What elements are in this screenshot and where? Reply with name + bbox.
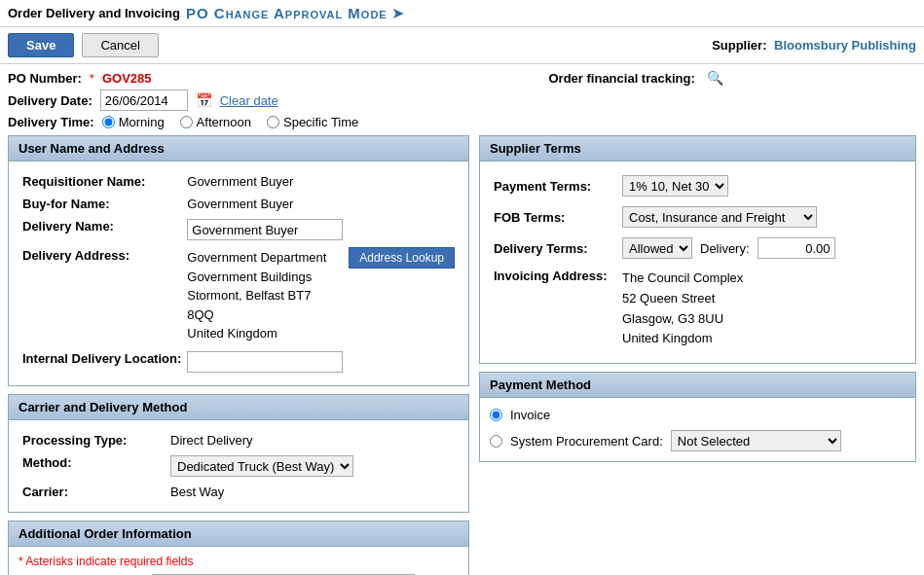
supplier-label: Supplier: [712, 38, 766, 53]
invoicing-line-2: 52 Queen Street [622, 289, 902, 309]
requisitioner-value: Government Buyer [185, 171, 345, 192]
radio-morning-label: Morning [119, 115, 165, 129]
method-cell: Dedicated Truck (Best Way) [168, 452, 457, 480]
procurement-card-row: System Procurement Card: Not Selected [490, 430, 906, 451]
delivery-address-block: Government Department Government Buildin… [187, 248, 343, 343]
invoicing-line-3: Glasgow, G3 8UU [622, 309, 902, 330]
radio-specific-input[interactable] [267, 116, 279, 128]
delivery-terms-label: Delivery Terms: [492, 234, 618, 263]
requisitioner-row: Requisitioner Name: Government Buyer [20, 171, 457, 192]
page-title: Order Delivery and Invoicing [8, 6, 180, 20]
radio-afternoon[interactable]: Afternoon [180, 115, 251, 129]
payment-terms-row: Payment Terms: 1% 10, Net 30 [492, 171, 904, 200]
clear-date-link[interactable]: Clear date [220, 93, 278, 108]
radio-specific-label: Specific Time [283, 115, 358, 129]
payment-method-section-body: Invoice System Procurement Card: Not Sel… [479, 397, 916, 462]
po-number-value: GOV285 [102, 71, 152, 86]
buy-for-value: Government Buyer [185, 194, 345, 214]
invoicing-address-label: Invoicing Address: [492, 265, 618, 353]
form-top-fields: PO Number: * GOV285 Order financial trac… [0, 64, 924, 135]
po-number-row: PO Number: * GOV285 Order financial trac… [8, 70, 916, 86]
invoice-radio[interactable] [490, 409, 502, 421]
additional-order-section-body: * Asterisks indicate required fields Fix… [8, 546, 469, 576]
address-lookup-button[interactable]: Address Lookup [349, 247, 455, 269]
fob-cell: Cost, Insurance and Freight [620, 202, 904, 232]
delivery-name-row: Delivery Name: [20, 216, 457, 243]
payment-method-section-header: Payment Method [479, 372, 916, 397]
carrier-value: Best Way [168, 482, 457, 502]
asterisk-note: * Asterisks indicate required fields [18, 555, 459, 568]
procurement-card-select[interactable]: Not Selected [671, 430, 841, 451]
payment-terms-cell: 1% 10, Net 30 [620, 171, 904, 200]
delivery-address-cell: Government Department Government Buildin… [185, 245, 345, 346]
address-line-1: Government Department [187, 248, 343, 268]
internal-location-input[interactable] [187, 351, 343, 373]
invoicing-address-block: The Council Complex 52 Queen Street Glas… [620, 265, 904, 353]
calendar-icon[interactable]: 📅 [196, 92, 212, 108]
radio-morning-input[interactable] [102, 116, 115, 128]
supplier-terms-section-body: Payment Terms: 1% 10, Net 30 FOB Terms: … [479, 161, 916, 364]
processing-type-value: Direct Delivery [168, 430, 457, 450]
method-select[interactable]: Dedicated Truck (Best Way) [170, 455, 353, 477]
main-content: User Name and Address Requisitioner Name… [0, 135, 924, 575]
delivery-time-radio-group: Morning Afternoon Specific Time [102, 115, 359, 129]
po-change-mode-label: PO Change Approval Mode [186, 5, 388, 21]
processing-type-row: Processing Type: Direct Delivery [20, 430, 457, 450]
delivery-name-input[interactable] [187, 219, 343, 240]
radio-morning[interactable]: Morning [102, 115, 165, 129]
address-line-3: Stormont, Belfast BT7 [187, 286, 343, 305]
po-number-label: PO Number: [8, 71, 82, 86]
left-column: User Name and Address Requisitioner Name… [8, 135, 479, 575]
radio-afternoon-input[interactable] [180, 116, 193, 128]
delivery-amount-input[interactable] [758, 237, 835, 259]
invoicing-address-row: Invoicing Address: The Council Complex 5… [492, 265, 904, 353]
delivery-amount-label: Delivery: [700, 241, 750, 256]
carrier-row: Carrier: Best Way [20, 482, 457, 502]
cancel-button[interactable]: Cancel [82, 33, 158, 57]
save-button[interactable]: Save [8, 33, 74, 57]
carrier-section-body: Processing Type: Direct Delivery Method:… [8, 419, 469, 513]
invoice-label: Invoice [510, 408, 550, 422]
radio-afternoon-label: Afternoon [197, 115, 251, 129]
right-column: Supplier Terms Payment Terms: 1% 10, Net… [479, 135, 916, 575]
supplier-terms-section-header: Supplier Terms [479, 135, 916, 161]
procurement-card-radio[interactable] [490, 435, 502, 448]
toolbar: Save Cancel Supplier: Bloomsbury Publish… [0, 27, 924, 64]
delivery-time-row: Delivery Time: Morning Afternoon Specifi… [8, 115, 916, 129]
payment-terms-label: Payment Terms: [492, 171, 618, 200]
delivery-name-label: Delivery Name: [20, 216, 183, 243]
method-label: Method: [20, 452, 166, 480]
address-line-5: United Kingdom [187, 324, 343, 343]
delivery-time-label: Delivery Time: [8, 115, 94, 129]
delivery-date-row: Delivery Date: 📅 Clear date [8, 90, 916, 111]
radio-specific-time[interactable]: Specific Time [267, 115, 358, 129]
method-row: Method: Dedicated Truck (Best Way) [20, 452, 457, 480]
fob-terms-row: FOB Terms: Cost, Insurance and Freight [492, 202, 904, 232]
supplier-info: Supplier: Bloomsbury Publishing [712, 38, 916, 53]
address-line-4: 8QQ [187, 305, 343, 325]
delivery-date-input[interactable] [100, 90, 188, 111]
financial-tracking-icon[interactable]: 🔍 [707, 70, 723, 86]
carrier-table: Processing Type: Direct Delivery Method:… [18, 428, 459, 504]
user-address-table: Requisitioner Name: Government Buyer Buy… [18, 169, 459, 377]
user-address-section-header: User Name and Address [8, 135, 469, 161]
fob-row: Cost, Insurance and Freight [622, 206, 902, 228]
delivery-terms-row: Delivery Terms: Allowed Delivery: [492, 234, 904, 263]
internal-location-cell [185, 348, 345, 376]
buy-for-row: Buy-for Name: Government Buyer [20, 194, 457, 214]
required-star-po: * [90, 71, 94, 86]
payment-terms-select[interactable]: 1% 10, Net 30 [622, 175, 728, 197]
internal-location-label: Internal Delivery Location: [20, 348, 183, 376]
carrier-label: Carrier: [20, 482, 166, 502]
fob-select[interactable]: Cost, Insurance and Freight [622, 206, 817, 228]
delivery-terms-select[interactable]: Allowed [622, 237, 692, 259]
invoicing-line-4: United Kingdom [622, 329, 902, 349]
invoicing-line-1: The Council Complex [622, 269, 902, 289]
buy-for-label: Buy-for Name: [20, 194, 183, 214]
carrier-section-header: Carrier and Delivery Method [8, 394, 469, 419]
internal-location-row: Internal Delivery Location: [20, 348, 457, 376]
delivery-address-row: Delivery Address: Government Department … [20, 245, 457, 346]
fob-label: FOB Terms: [492, 202, 618, 232]
address-line-2: Government Buildings [187, 268, 343, 287]
delivery-terms-cell: Allowed Delivery: [620, 234, 904, 263]
